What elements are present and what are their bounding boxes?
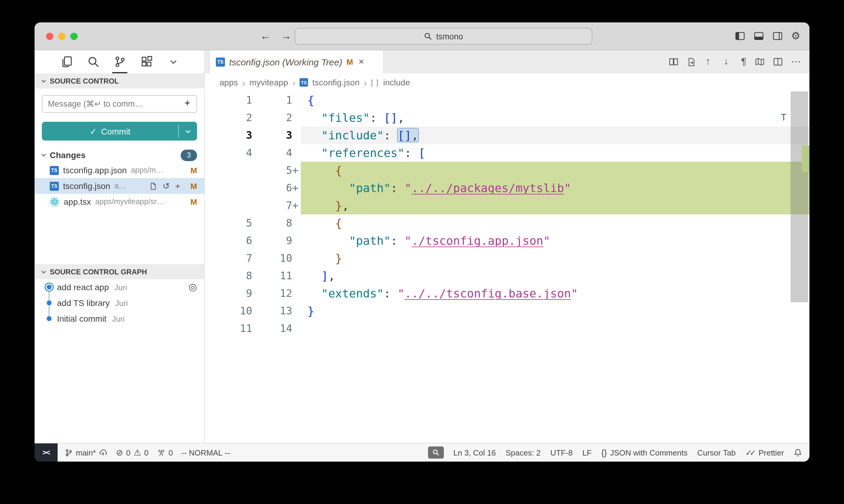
forward-icon[interactable]: → bbox=[281, 30, 292, 42]
more-actions-icon[interactable]: ⋯ bbox=[791, 57, 801, 67]
cursor-position-indicator[interactable]: Ln 3, Col 16 bbox=[453, 448, 496, 457]
code-line[interactable]: 6+ "path": "../../packages/mytslib" bbox=[205, 179, 809, 197]
commit-row[interactable]: Initial commit Juri bbox=[35, 311, 204, 326]
problems-indicator[interactable]: ⊘ 0 ⚠ 0 bbox=[116, 448, 149, 457]
code-line[interactable]: 5+ { bbox=[205, 162, 809, 179]
tab-tsconfig-working-tree[interactable]: TS tsconfig.json (Working Tree) M × bbox=[209, 50, 384, 73]
cursor-tab-indicator[interactable]: Cursor Tab bbox=[697, 448, 736, 457]
search-icon bbox=[424, 32, 433, 41]
code-line[interactable]: 11{ bbox=[205, 91, 809, 109]
file-path: apps/myviteapp/sr… bbox=[95, 197, 164, 206]
zoom-window-button[interactable] bbox=[70, 32, 77, 40]
changed-file-row[interactable]: app.tsx apps/myviteapp/sr… M bbox=[35, 194, 204, 210]
target-icon[interactable]: ◎ bbox=[189, 282, 197, 292]
discard-changes-icon[interactable]: ↺ bbox=[162, 181, 170, 191]
changed-file-row[interactable]: TS tsconfig.app.json apps/m… M bbox=[35, 162, 204, 178]
code-line[interactable]: 710 } bbox=[205, 250, 809, 267]
code-line[interactable]: 811 ], bbox=[205, 267, 809, 285]
go-to-file-icon[interactable] bbox=[687, 57, 696, 66]
code-line[interactable]: 22 "files": [], bbox=[205, 109, 809, 127]
changed-file-row[interactable]: TS tsconfig.json a… ↺ + M bbox=[35, 178, 204, 194]
breadcrumb-item[interactable]: include bbox=[383, 77, 410, 87]
commit-message: Initial commit bbox=[57, 314, 106, 323]
commit-row[interactable]: add react app Juri ◎ bbox=[35, 279, 204, 295]
commit-button[interactable]: ✓ Commit bbox=[42, 122, 197, 141]
map-icon[interactable] bbox=[755, 57, 764, 67]
cursor-tab-label: Cursor Tab bbox=[697, 448, 736, 457]
changes-count-badge: 3 bbox=[181, 149, 197, 161]
code-line[interactable]: 44 "references": [ bbox=[205, 144, 809, 162]
scrollbar[interactable] bbox=[789, 91, 809, 443]
diff-editor[interactable]: 11{22 "files": [],33 "include": [],44 "r… bbox=[205, 91, 809, 443]
titlebar: ← → tsmono ⚙ bbox=[35, 22, 809, 50]
close-window-button[interactable] bbox=[46, 32, 53, 40]
source-control-graph-header[interactable]: SOURCE CONTROL GRAPH bbox=[35, 264, 204, 279]
vim-mode-indicator[interactable]: -- NORMAL -- bbox=[182, 448, 230, 457]
previous-change-icon[interactable]: ← bbox=[705, 57, 714, 67]
eol-indicator[interactable]: LF bbox=[582, 448, 591, 457]
ports-indicator[interactable]: 0 bbox=[157, 448, 173, 457]
chevron-down-icon bbox=[41, 78, 47, 84]
formatter-name: Prettier bbox=[758, 448, 784, 457]
code-line[interactable]: 69 "path": "./tsconfig.app.json" bbox=[205, 232, 809, 250]
graph-title: SOURCE CONTROL GRAPH bbox=[50, 267, 147, 276]
modified-badge: M bbox=[190, 197, 197, 206]
code-line[interactable]: 58 { bbox=[205, 214, 809, 232]
source-control-view-icon[interactable] bbox=[114, 55, 126, 68]
activity-bar bbox=[35, 50, 204, 73]
more-views-chevron-icon[interactable] bbox=[167, 55, 179, 68]
open-changes-icon[interactable] bbox=[669, 57, 679, 67]
next-change-icon[interactable]: → bbox=[723, 57, 733, 67]
commit-dropdown-button[interactable] bbox=[179, 122, 197, 141]
code-line[interactable]: 1013} bbox=[205, 302, 809, 320]
close-icon[interactable]: × bbox=[359, 57, 364, 67]
back-icon[interactable]: ← bbox=[260, 30, 271, 42]
stage-changes-icon[interactable]: + bbox=[175, 181, 180, 191]
warning-count: 0 bbox=[144, 448, 149, 457]
language-mode: JSON with Comments bbox=[610, 448, 688, 457]
gear-icon[interactable]: ⚙ bbox=[791, 31, 800, 41]
toggle-panel-icon[interactable] bbox=[754, 31, 764, 41]
open-file-icon[interactable] bbox=[149, 182, 157, 190]
commit-button-label: Commit bbox=[101, 126, 131, 136]
extensions-view-icon[interactable] bbox=[140, 55, 153, 68]
branch-indicator[interactable]: main* bbox=[65, 448, 108, 457]
symbol-array-icon: [ ] bbox=[371, 78, 379, 87]
explorer-icon[interactable] bbox=[60, 55, 73, 68]
diff-added-marker bbox=[802, 145, 809, 172]
indentation-indicator[interactable]: Spaces: 2 bbox=[506, 448, 541, 457]
scrollbar-thumb[interactable] bbox=[791, 91, 808, 302]
code-line[interactable]: 7+ }, bbox=[205, 197, 809, 214]
encoding-indicator[interactable]: UTF-8 bbox=[550, 448, 573, 457]
pilcrow-icon[interactable]: ¶ bbox=[741, 57, 746, 67]
notifications-indicator[interactable] bbox=[794, 448, 802, 457]
commit-row[interactable]: add TS library Juri bbox=[35, 295, 204, 311]
remote-indicator[interactable]: >< bbox=[35, 444, 57, 462]
zoom-indicator[interactable] bbox=[428, 447, 444, 458]
search-view-icon[interactable] bbox=[87, 55, 100, 68]
file-name: tsconfig.json bbox=[63, 181, 110, 191]
breadcrumb-item[interactable]: apps bbox=[220, 77, 238, 87]
formatter-indicator[interactable]: ✓✓ Prettier bbox=[745, 448, 784, 457]
changes-section-header[interactable]: Changes 3 bbox=[35, 148, 204, 162]
command-center[interactable]: tsmono bbox=[295, 28, 592, 45]
toggle-secondary-sidebar-icon[interactable] bbox=[773, 31, 783, 41]
breadcrumb-item[interactable]: myviteapp bbox=[249, 77, 288, 87]
tab-bar: TS tsconfig.json (Working Tree) M × ← → … bbox=[205, 50, 809, 73]
code-line[interactable]: 33 "include": [], bbox=[205, 127, 809, 144]
commit-dot-icon bbox=[47, 285, 52, 290]
minimize-window-button[interactable] bbox=[58, 32, 66, 40]
sparkle-icon[interactable] bbox=[183, 99, 192, 107]
git-branch-icon bbox=[65, 449, 73, 456]
toggle-sidebar-icon[interactable] bbox=[735, 31, 745, 41]
commit-message-input[interactable] bbox=[42, 95, 197, 113]
language-mode-indicator[interactable]: {} JSON with Comments bbox=[601, 448, 687, 457]
code-line[interactable]: 1114 bbox=[205, 320, 809, 337]
diff-lines[interactable]: 11{22 "files": [],33 "include": [],44 "r… bbox=[205, 91, 809, 337]
modified-badge: M bbox=[190, 166, 197, 175]
changes-label: Changes bbox=[50, 150, 86, 160]
breadcrumb-item[interactable]: tsconfig.json bbox=[312, 77, 360, 87]
code-line[interactable]: 912 "extends": "../../tsconfig.base.json… bbox=[205, 285, 809, 302]
source-control-section-header[interactable]: SOURCE CONTROL bbox=[35, 73, 204, 88]
split-editor-icon[interactable] bbox=[773, 57, 783, 67]
